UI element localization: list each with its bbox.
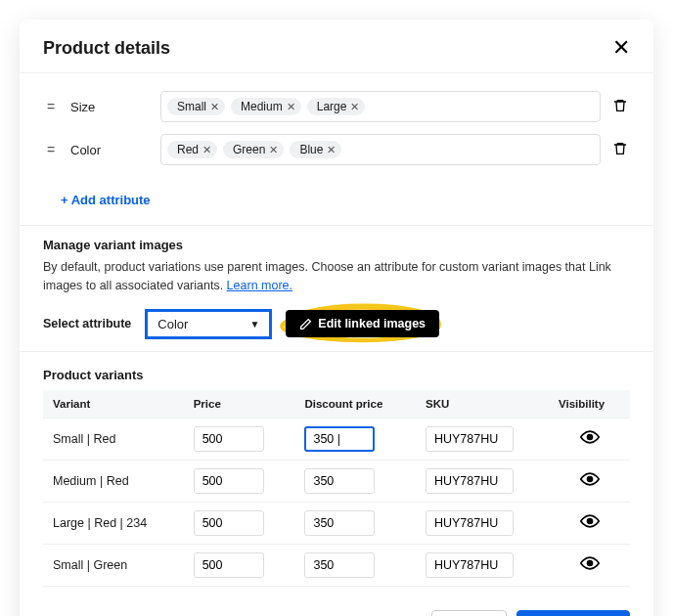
attribute-name: Size [70, 100, 149, 114]
variant-name: Medium | Red [43, 460, 184, 502]
add-attribute-button[interactable]: + Add attribute [20, 183, 653, 225]
selected-attribute-value: Color [157, 317, 188, 331]
learn-more-link[interactable]: Learn more. [227, 279, 292, 292]
edit-button-label: Edit linked images [318, 317, 426, 330]
select-attribute-label: Select attribute [43, 317, 131, 330]
value-chip: Small✕ [167, 98, 225, 115]
manage-variant-images: Manage variant images By default, produc… [20, 226, 653, 351]
chip-label: Blue [299, 143, 323, 156]
eye-icon [580, 469, 600, 489]
dialog-header: Product details ✕ [20, 20, 653, 73]
discount-price-input[interactable] [304, 468, 375, 494]
eye-icon [580, 427, 600, 447]
edit-linked-images-wrap: Edit linked images [286, 310, 439, 337]
value-chip: Green✕ [223, 141, 284, 158]
chip-remove-icon[interactable]: ✕ [327, 144, 336, 156]
drag-handle-icon[interactable]: = [43, 142, 59, 157]
discount-price-input[interactable] [304, 426, 375, 452]
chip-remove-icon[interactable]: ✕ [210, 101, 219, 113]
product-variants-title: Product variants [20, 352, 653, 390]
save-product-button[interactable]: Save product [516, 610, 630, 617]
sku-input[interactable] [426, 426, 514, 452]
svg-point-3 [587, 435, 592, 440]
attribute-row: =SizeSmall✕Medium✕Large✕ [43, 85, 630, 128]
price-input[interactable] [194, 468, 264, 494]
visibility-toggle[interactable] [549, 460, 630, 502]
manage-variants-title: Manage variant images [43, 238, 630, 252]
table-row: Large | Red | 234 [43, 502, 630, 544]
price-input[interactable] [194, 426, 264, 452]
variant-name: Small | Green [43, 544, 184, 586]
chip-label: Red [177, 143, 199, 156]
attribute-values-input[interactable]: Small✕Medium✕Large✕ [160, 91, 601, 122]
chip-label: Large [317, 100, 347, 113]
eye-icon [580, 553, 600, 573]
svg-point-4 [587, 477, 592, 482]
attribute-values-input[interactable]: Red✕Green✕Blue✕ [160, 134, 601, 165]
svg-point-5 [587, 519, 592, 524]
sku-input[interactable] [426, 468, 514, 494]
chip-remove-icon[interactable]: ✕ [287, 101, 295, 113]
price-input[interactable] [194, 510, 264, 536]
price-input[interactable] [194, 552, 264, 578]
sku-input[interactable] [426, 510, 514, 536]
close-icon: ✕ [612, 35, 630, 60]
drag-handle-icon[interactable]: = [43, 99, 59, 114]
attributes-section: =SizeSmall✕Medium✕Large✕=ColorRed✕Green✕… [20, 73, 653, 183]
col-sku: SKU [416, 390, 549, 418]
discount-price-input[interactable] [304, 552, 375, 578]
chevron-down-icon: ▼ [249, 319, 259, 330]
table-row: Small | Red [43, 418, 630, 460]
dialog-footer: Cancel Save product [20, 596, 653, 617]
pencil-icon [299, 318, 312, 330]
close-button[interactable]: ✕ [612, 37, 630, 59]
variants-table: Variant Price Discount price SKU Visibil… [43, 390, 630, 587]
col-variant: Variant [43, 390, 184, 418]
edit-linked-images-button[interactable]: Edit linked images [286, 310, 439, 337]
attribute-name: Color [70, 143, 149, 157]
chip-label: Green [233, 143, 265, 156]
dialog-title: Product details [43, 38, 170, 59]
sku-input[interactable] [426, 552, 514, 578]
chip-remove-icon[interactable]: ✕ [269, 144, 278, 156]
visibility-toggle[interactable] [549, 502, 630, 544]
select-attribute-row: Select attribute Color ▼ Edit linked ima… [43, 309, 630, 339]
delete-attribute-button[interactable] [612, 98, 630, 116]
table-header-row: Variant Price Discount price SKU Visibil… [43, 390, 630, 418]
variant-name: Large | Red | 234 [43, 502, 184, 544]
visibility-toggle[interactable] [549, 418, 630, 460]
chip-label: Medium [241, 100, 283, 113]
variant-name: Small | Red [43, 418, 184, 460]
cancel-button[interactable]: Cancel [431, 610, 507, 617]
table-row: Medium | Red [43, 460, 630, 502]
product-details-dialog: Product details ✕ =SizeSmall✕Medium✕Larg… [20, 20, 653, 616]
trash-icon [612, 141, 628, 156]
svg-point-6 [587, 561, 592, 566]
chip-remove-icon[interactable]: ✕ [202, 144, 211, 156]
col-discount: Discount price [294, 390, 416, 418]
chip-remove-icon[interactable]: ✕ [350, 101, 359, 113]
visibility-toggle[interactable] [549, 544, 630, 586]
value-chip: Red✕ [167, 141, 217, 158]
table-row: Small | Green [43, 544, 630, 586]
trash-icon [612, 98, 628, 113]
select-attribute-dropdown[interactable]: Color ▼ [145, 309, 272, 339]
col-visibility: Visibility [549, 390, 630, 418]
value-chip: Large✕ [307, 98, 366, 115]
chip-label: Small [177, 100, 206, 113]
manage-variants-description: By default, product variations use paren… [43, 258, 630, 295]
col-price: Price [184, 390, 295, 418]
eye-icon [580, 511, 600, 531]
discount-price-input[interactable] [304, 510, 375, 536]
value-chip: Medium✕ [231, 98, 301, 115]
delete-attribute-button[interactable] [612, 141, 630, 159]
value-chip: Blue✕ [290, 141, 341, 158]
attribute-row: =ColorRed✕Green✕Blue✕ [43, 128, 630, 171]
